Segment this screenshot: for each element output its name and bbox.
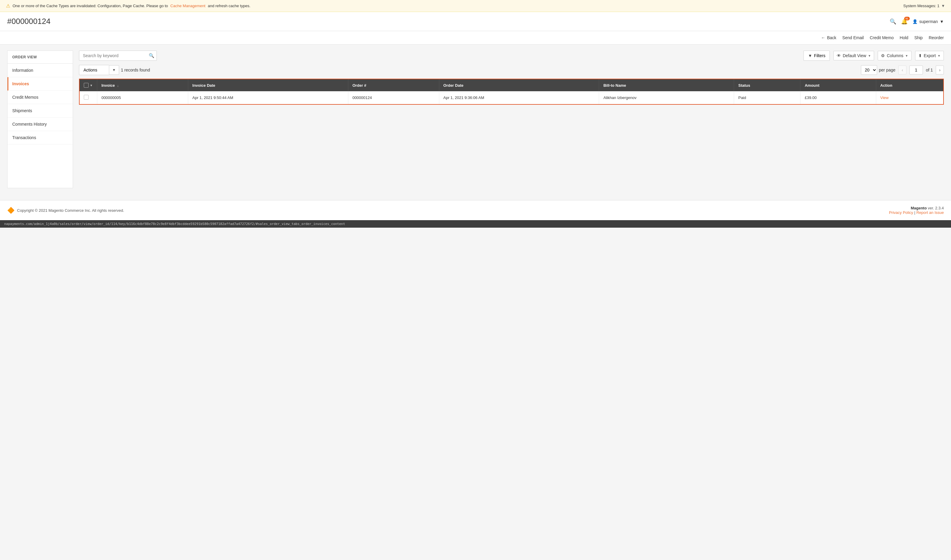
invoice-date-col-header[interactable]: Invoice Date [188,79,348,91]
notification-button[interactable]: 🔔 51 [901,18,908,25]
page-title: #000000124 [7,17,51,26]
export-icon: ⬆ [919,53,922,58]
row-checkbox[interactable] [84,95,89,100]
footer: 🔶 Copyright © 2021 Magento Commerce Inc.… [0,200,951,220]
invoices-table: ▼ Invoice ↓ Invoice Date Order # Order D… [79,78,944,105]
action-cell[interactable]: View [876,91,943,105]
user-icon: 👤 [913,19,917,24]
select-all-checkbox[interactable] [84,83,89,88]
notification-badge: 51 [904,17,910,20]
ship-button[interactable]: Ship [914,35,923,40]
status-cell: Paid [734,91,800,105]
page-input[interactable] [909,66,923,74]
chevron-down-icon: ▼ [941,4,945,8]
actions-select[interactable]: Actions [79,65,109,75]
footer-right: Magento ver. 2.3.4 Privacy Policy | Repo… [889,206,944,215]
order-date-col-header[interactable]: Order Date [439,79,599,91]
user-name: superman [919,19,938,24]
sidebar-item-transactions[interactable]: Transactions [8,131,73,145]
records-found: 1 records found [121,68,150,72]
second-toolbar: Actions ▼ 1 records found 20 30 50 per p… [79,65,944,75]
actions-toggle-button[interactable]: ▼ [109,65,119,75]
reorder-button[interactable]: Reorder [929,35,944,40]
alert-message: One or more of the Cache Types are inval… [12,4,168,8]
columns-icon: ⚙ [881,53,885,58]
sidebar: ORDER VIEW Information Invoices Credit M… [7,51,73,188]
credit-memo-label: Credit Memo [869,35,894,40]
action-col-header: Action [876,79,943,91]
back-button[interactable]: ← Back [821,35,836,40]
header-search-button[interactable]: 🔍 [889,18,896,25]
version-text: ver. 2.3.4 [928,206,944,210]
sidebar-item-credit-memos[interactable]: Credit Memos [8,91,73,104]
actions-wrapper: Actions ▼ [79,65,119,75]
send-email-button[interactable]: Send Email [842,35,864,40]
top-header: #000000124 🔍 🔔 51 👤 superman ▼ [0,12,951,31]
per-page-label: per page [879,68,896,72]
chevron-down-icon: ▼ [905,54,908,57]
invoice-col-header[interactable]: Invoice ↓ [97,79,188,91]
order-date-cell: Apr 1, 2021 9:36:06 AM [439,91,599,105]
select-all-header[interactable]: ▼ [79,79,97,91]
search-button[interactable]: 🔍 [149,53,154,58]
bill-to-name-col-header[interactable]: Bill-to Name [599,79,734,91]
url-bar: napayments.com/admin_1j4a0b/sales/order/… [0,220,951,228]
prev-page-button[interactable]: ‹ [898,66,906,74]
sidebar-item-shipments[interactable]: Shipments [8,104,73,118]
back-label: Back [827,35,836,40]
content-area: 🔍 ▼ Filters 👁 Default View ▼ ⚙ Columns ▼ [79,51,944,188]
order-num-col-header[interactable]: Order # [348,79,439,91]
amount-col-header[interactable]: Amount [800,79,876,91]
warning-icon: ⚠ [6,3,10,9]
credit-memo-button[interactable]: Credit Memo [869,35,894,40]
export-dropdown[interactable]: ⬆ Export ▼ [915,51,944,60]
filter-icon: ▼ [808,53,812,58]
alert-right[interactable]: System Messages: 1 ▼ [903,4,945,8]
per-page-select[interactable]: 20 30 50 [861,65,877,75]
select-all-toggle[interactable]: ▼ [90,84,93,87]
toolbar-right: ▼ Filters 👁 Default View ▼ ⚙ Columns ▼ ⬆… [803,51,944,61]
magento-brand: Magento [911,206,926,210]
arrow-left-icon: ← [821,35,825,40]
export-label: Export [924,53,936,58]
second-toolbar-left: Actions ▼ 1 records found [79,65,150,75]
filters-button[interactable]: ▼ Filters [803,51,830,61]
columns-dropdown[interactable]: ⚙ Columns ▼ [878,51,911,60]
top-toolbar: 🔍 ▼ Filters 👁 Default View ▼ ⚙ Columns ▼ [79,51,944,61]
search-input[interactable] [79,51,157,61]
main-content: ORDER VIEW Information Invoices Credit M… [0,45,951,194]
sidebar-item-information[interactable]: Information [8,64,73,77]
user-menu-button[interactable]: 👤 superman ▼ [913,19,944,24]
sidebar-item-invoices[interactable]: Invoices [8,77,73,91]
action-bar: ← Back Send Email Credit Memo Hold Ship … [0,31,951,45]
magento-version: Magento ver. 2.3.4 [889,206,944,210]
hold-button[interactable]: Hold [900,35,908,40]
alert-banner: ⚠ One or more of the Cache Types are inv… [0,0,951,12]
chevron-down-icon: ▼ [940,19,944,24]
eye-icon: 👁 [837,53,841,58]
privacy-policy-link[interactable]: Privacy Policy [889,210,913,215]
system-messages-label: System Messages: 1 [903,4,939,8]
reorder-label: Reorder [929,35,944,40]
url-text: napayments.com/admin_1j4a0b/sales/order/… [4,222,345,226]
report-issue-link[interactable]: Report an Issue [916,210,944,215]
order-num-cell: 000000124 [348,91,439,105]
amount-cell: £39.00 [800,91,876,105]
footer-left: 🔶 Copyright © 2021 Magento Commerce Inc.… [7,207,124,214]
sidebar-item-comments-history[interactable]: Comments History [8,118,73,131]
footer-links: Privacy Policy | Report an Issue [889,210,944,215]
chevron-down-icon: ▼ [868,54,871,57]
cache-management-link[interactable]: Cache Management [170,4,205,8]
filters-label: Filters [814,53,825,58]
row-checkbox-cell[interactable] [79,91,97,105]
default-view-label: Default View [843,53,866,58]
toolbar-left: 🔍 [79,51,157,61]
status-col-header[interactable]: Status [734,79,800,91]
view-link[interactable]: View [880,95,889,100]
next-page-button[interactable]: › [936,66,944,74]
of-label: of 1 [926,68,933,72]
search-wrapper: 🔍 [79,51,157,61]
default-view-dropdown[interactable]: 👁 Default View ▼ [833,51,874,60]
sort-icon: ↓ [117,84,119,87]
hold-label: Hold [900,35,908,40]
